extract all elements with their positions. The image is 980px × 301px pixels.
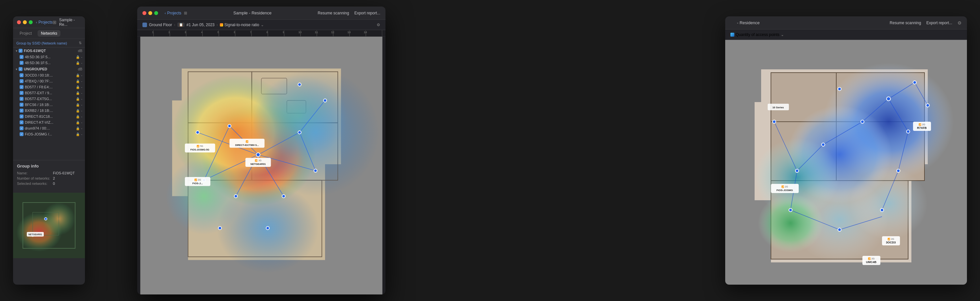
network-name: drum974 / 00:... bbox=[25, 126, 75, 130]
heatmap-area[interactable]: 📶 2G NETGEAR01 📶 5G FiOS-JOSMG-5G 📶 DIRE… bbox=[137, 37, 385, 295]
item-checkbox[interactable] bbox=[20, 55, 24, 59]
svg-point-115 bbox=[907, 130, 910, 133]
back-nav-main[interactable]: ‹ Projects bbox=[165, 11, 181, 15]
settings-icon-right[interactable]: ⚙ bbox=[958, 20, 962, 26]
item-checkbox[interactable] bbox=[20, 91, 24, 95]
list-item[interactable]: BD5T7 / F8:E4:... 🔒 - bbox=[13, 84, 85, 90]
group-checkbox[interactable] bbox=[19, 67, 22, 71]
tab-project[interactable]: Project bbox=[16, 30, 35, 37]
tab-networks[interactable]: Networks bbox=[38, 30, 60, 37]
list-item[interactable]: BD5T7-EXT / 9... 🔒 - bbox=[13, 90, 85, 96]
item-checkbox[interactable] bbox=[20, 132, 24, 136]
right-titlebar: - Residence Resume scanning Export repor… bbox=[725, 16, 967, 29]
nav-signal-container[interactable]: Signal-to-noise ratio ⌄ bbox=[220, 22, 264, 27]
sort-icon[interactable]: ⇅ bbox=[79, 41, 82, 45]
list-item[interactable]: DIRECT-81C18... 🔒 - bbox=[13, 114, 85, 119]
lock-icon: 🔒 bbox=[76, 109, 80, 112]
maximize-button[interactable] bbox=[29, 20, 33, 24]
svg-point-124 bbox=[838, 87, 841, 91]
minimize-button-main[interactable] bbox=[148, 11, 152, 15]
floor-thumb-svg: NETGEAR01 bbox=[13, 193, 85, 258]
close-button[interactable] bbox=[17, 20, 21, 24]
maximize-button-main[interactable] bbox=[154, 11, 158, 15]
svg-point-67 bbox=[282, 195, 285, 198]
nav-scan-label[interactable]: #1 Jun 05, 2023 bbox=[186, 22, 215, 27]
item-checkbox[interactable] bbox=[20, 120, 24, 124]
item-checkbox[interactable] bbox=[20, 85, 24, 89]
svg-text:10: 10 bbox=[299, 31, 302, 34]
nav-floor-label[interactable]: Ground Floor bbox=[149, 22, 172, 27]
item-checkbox[interactable] bbox=[20, 109, 24, 112]
settings-icon[interactable]: ⚙ bbox=[377, 22, 380, 27]
right-heatmap-svg: 📶 2G R7XFB 📶 2G FiOS-JOSMG 📶 2G 3OCD3 10… bbox=[725, 40, 967, 285]
network-name: BD5T7-EXT / 9... bbox=[25, 91, 75, 95]
item-checkbox[interactable] bbox=[20, 79, 24, 83]
svg-text:12: 12 bbox=[331, 31, 334, 34]
network-signal: - bbox=[81, 109, 82, 112]
svg-text:6: 6 bbox=[234, 31, 235, 34]
back-projects-label[interactable]: Projects bbox=[167, 11, 181, 15]
item-checkbox[interactable] bbox=[20, 97, 24, 101]
resume-scanning-right[interactable]: Resume scanning bbox=[890, 21, 921, 25]
quantity-label[interactable]: Quantity of access points bbox=[736, 32, 780, 37]
svg-point-66 bbox=[228, 124, 231, 128]
list-item[interactable]: FiOS-JOSMG /... 🔒 - bbox=[13, 131, 85, 137]
svg-point-73 bbox=[218, 226, 221, 230]
group-by-label[interactable]: Group by SSID (Network name) bbox=[16, 41, 67, 45]
svg-point-65 bbox=[298, 131, 301, 134]
list-item[interactable]: BFCS6 / 18:1B:... 🔒 - bbox=[13, 102, 85, 108]
item-checkbox[interactable] bbox=[20, 103, 24, 107]
export-report-right[interactable]: Export report... bbox=[926, 21, 952, 25]
layout-icon[interactable]: ⊞ bbox=[52, 20, 57, 25]
list-item[interactable]: 48:5D:36:1F:5... 🔒 - bbox=[13, 60, 85, 66]
left-titlebar: ‹ Projects ⊞ Sample - Re... bbox=[13, 16, 85, 28]
lock-icon: 🔒 bbox=[76, 126, 80, 130]
svg-text:📶 2G: 📶 2G bbox=[194, 178, 201, 181]
back-nav[interactable]: ‹ Projects bbox=[36, 20, 52, 24]
group-info-section: Group info Name: FiOS-61WQT Number of ne… bbox=[13, 160, 85, 190]
network-signal: - bbox=[81, 55, 82, 59]
svg-text:11: 11 bbox=[315, 31, 318, 34]
back-label[interactable]: Projects bbox=[38, 20, 52, 24]
network-signal: - bbox=[81, 85, 82, 89]
svg-point-116 bbox=[822, 143, 825, 146]
svg-text:UMC4B: UMC4B bbox=[866, 261, 877, 264]
list-item[interactable]: 4TBXQ / 00:7F:... 🔒 - bbox=[13, 78, 85, 84]
close-button-main[interactable] bbox=[142, 11, 146, 15]
svg-text:📶 2G: 📶 2G bbox=[868, 257, 875, 260]
info-row-networks: Number of networks: 2 bbox=[17, 176, 81, 180]
quantity-color-icon bbox=[730, 33, 734, 37]
list-item[interactable]: DIRECT-KT-VIZ... 🔒 - bbox=[13, 119, 85, 125]
item-checkbox[interactable] bbox=[20, 126, 24, 130]
svg-text:3: 3 bbox=[185, 31, 186, 34]
svg-point-123 bbox=[926, 104, 929, 107]
network-list: ▾ FiOS-61WQT dB 48:5D:36:1F:5... 🔒 - 48:… bbox=[13, 48, 85, 159]
list-item[interactable]: 48:5D:36:1F:5... 🔒 - bbox=[13, 54, 85, 60]
svg-text:4: 4 bbox=[201, 31, 203, 34]
svg-point-63 bbox=[256, 153, 260, 157]
layout-icon-main[interactable]: ⊞ bbox=[184, 11, 187, 15]
resume-scanning-main[interactable]: Resume scanning bbox=[318, 11, 349, 15]
quantity-badge[interactable]: Quantity of access points ⌄ bbox=[730, 32, 784, 37]
list-item[interactable]: 3OCD3 / 00:18:... 🔒 - bbox=[13, 72, 85, 78]
network-signal: - bbox=[81, 91, 82, 95]
item-checkbox[interactable] bbox=[20, 115, 24, 118]
network-signal: - bbox=[81, 97, 82, 101]
export-report-main[interactable]: Export report... bbox=[355, 11, 380, 15]
group-fios-61wqt[interactable]: ▾ FiOS-61WQT dB bbox=[13, 48, 85, 54]
info-networks-label: Number of networks: bbox=[17, 176, 53, 180]
list-item[interactable]: BD5T7-EXT5G... 🔒 - bbox=[13, 96, 85, 102]
nav-signal-label[interactable]: Signal-to-noise ratio bbox=[224, 22, 259, 27]
minimize-button[interactable] bbox=[23, 20, 27, 24]
lock-icon: 🔒 bbox=[76, 103, 80, 107]
traffic-lights-main bbox=[142, 11, 158, 15]
group-ungrouped[interactable]: ▾ UNGROUPED dB bbox=[13, 66, 85, 72]
group-checkbox[interactable] bbox=[19, 49, 22, 53]
network-name: FiOS-JOSMG /... bbox=[25, 132, 75, 136]
list-item[interactable]: drum974 / 00:... 🔒 - bbox=[13, 125, 85, 131]
item-checkbox[interactable] bbox=[20, 61, 24, 65]
lock-icon: 🔒 bbox=[76, 115, 80, 118]
item-checkbox[interactable] bbox=[20, 73, 24, 77]
right-heatmap[interactable]: 📶 2G R7XFB 📶 2G FiOS-JOSMG 📶 2G 3OCD3 10… bbox=[725, 40, 967, 285]
list-item[interactable]: BXRB2 / 18:1B:... 🔒 - bbox=[13, 108, 85, 114]
